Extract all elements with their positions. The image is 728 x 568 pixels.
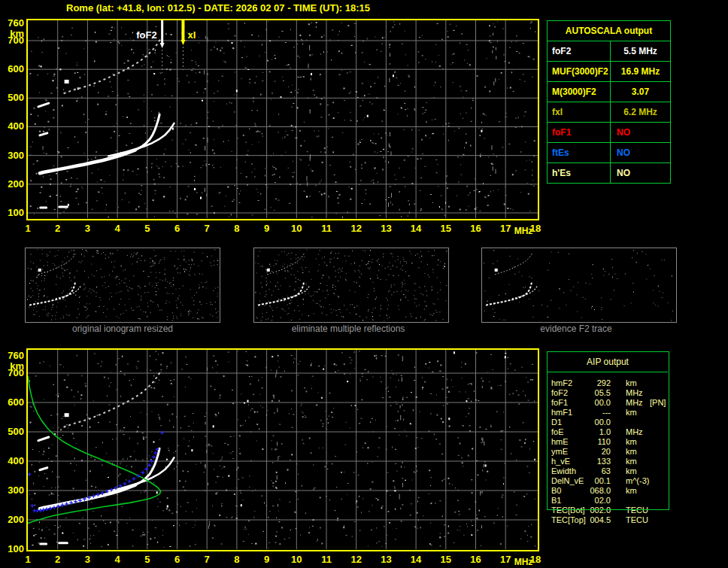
x-tick-label: 10 bbox=[285, 554, 308, 564]
y-tick-label: 300 bbox=[0, 150, 24, 160]
x-tick-label: 7 bbox=[196, 223, 218, 233]
aip-unit: MHz bbox=[626, 398, 643, 408]
x-tick-label: 6 bbox=[166, 554, 189, 564]
param-value: NO bbox=[611, 123, 670, 142]
y-tick-label: 100 bbox=[0, 208, 24, 217]
thumbnail-caption-3: evidence F2 trace bbox=[516, 324, 636, 334]
aip-output-table: AIP output hmF2292kmfoF205.5MHzfoF100.0M… bbox=[547, 351, 670, 529]
thumbnail-caption-2: eliminate multiple reflections bbox=[288, 324, 408, 334]
x-tick-label: 5 bbox=[136, 223, 159, 233]
table-row-hes: h'Es NO bbox=[548, 163, 670, 183]
x-tick-label: 16 bbox=[465, 223, 487, 233]
x-tick-label: 15 bbox=[435, 554, 457, 564]
page-title: Rome (lat: +41.8, lon: 012.5) - DATE: 20… bbox=[66, 2, 370, 14]
y-tick-label: 200 bbox=[0, 179, 24, 189]
aip-name: B0 bbox=[551, 486, 561, 496]
aip-row-d1: D100.0 bbox=[547, 418, 670, 427]
aip-unit: km bbox=[626, 378, 637, 388]
aip-value: 63 bbox=[566, 466, 611, 476]
y-tick-label: 600 bbox=[0, 397, 24, 407]
x-tick-label: 12 bbox=[345, 554, 368, 564]
aip-row-yme: ymE20km bbox=[547, 447, 670, 457]
aip-row-hmf1: hmF1---km bbox=[547, 408, 670, 418]
x-tick-label: 8 bbox=[226, 223, 248, 233]
aip-value: 068.0 bbox=[566, 486, 611, 496]
x-tick-label: 11 bbox=[315, 223, 338, 233]
aip-row-hmf2: hmF2292km bbox=[547, 378, 670, 388]
thumbnail-ionogram-1 bbox=[25, 248, 220, 323]
x-tick-label: 13 bbox=[375, 554, 397, 564]
x-tick-label: 2 bbox=[47, 554, 69, 564]
y-tick-label: 760 bbox=[0, 351, 24, 360]
y-tick-label: 400 bbox=[0, 456, 24, 466]
aip-unit: km bbox=[626, 437, 637, 447]
param-label: fxI bbox=[548, 102, 611, 122]
x-tick-label: 14 bbox=[405, 223, 427, 233]
x-tick-label: 14 bbox=[405, 554, 427, 564]
aip-name: foE bbox=[551, 427, 564, 437]
aip-value: 133 bbox=[566, 457, 611, 466]
y-tick-label: 100 bbox=[0, 544, 24, 554]
aip-row-b1: B102.0 bbox=[547, 496, 670, 506]
aip-unit: MHz bbox=[626, 388, 643, 398]
x-tick-label: 13 bbox=[375, 223, 397, 233]
autoscala-table-header: AUTOSCALA output bbox=[548, 21, 670, 41]
aip-value: 004.5 bbox=[566, 515, 611, 525]
autoscala-output-table: AUTOSCALA output foF2 5.5 MHz MUF(3000)F… bbox=[547, 20, 671, 184]
param-label: MUF(3000)F2 bbox=[548, 62, 611, 81]
x-tick-label: 16 bbox=[465, 554, 487, 564]
main-ionogram-plot bbox=[26, 19, 539, 220]
param-value: 6.2 MHz bbox=[611, 102, 670, 122]
x-tick-label: 7 bbox=[196, 554, 218, 564]
thumbnail-caption-1: original ionogram resized bbox=[62, 324, 183, 334]
aip-value: 292 bbox=[566, 378, 611, 388]
table-row-ftes: ftEs NO bbox=[548, 143, 670, 163]
aip-row-ewidth: Ewidth63km bbox=[547, 466, 670, 476]
param-value: NO bbox=[611, 163, 670, 183]
aip-unit: TECU bbox=[626, 506, 648, 515]
param-label: foF1 bbox=[548, 123, 611, 142]
x-tick-label: 2 bbox=[47, 223, 69, 233]
table-row-fof1: foF1 NO bbox=[548, 123, 670, 143]
y-tick-label: 500 bbox=[0, 93, 24, 102]
aip-note: [PN] bbox=[650, 398, 666, 408]
table-row-fof2: foF2 5.5 MHz bbox=[548, 41, 670, 62]
aip-row-deln-ve: DelN_vE00.1m^(-3) bbox=[547, 476, 670, 486]
aip-name: B1 bbox=[551, 496, 561, 506]
aip-unit: m^(-3) bbox=[626, 476, 649, 486]
aip-value: 02.0 bbox=[566, 496, 611, 506]
marker-label-xi: xI bbox=[187, 30, 196, 40]
aip-row-tec-top-: TEC[Top]004.5TECU bbox=[547, 515, 670, 525]
y-tick-label: 200 bbox=[0, 515, 24, 524]
x-tick-label: 8 bbox=[226, 554, 248, 564]
param-value: NO bbox=[611, 143, 670, 163]
x-tick-label: 3 bbox=[76, 554, 99, 564]
aip-value: 20 bbox=[566, 447, 611, 457]
x-tick-label: 4 bbox=[106, 554, 129, 564]
aip-rows: hmF2292kmfoF205.5MHzfoF100.0MHz[PN]hmF1-… bbox=[547, 378, 670, 525]
param-value: 5.5 MHz bbox=[611, 41, 670, 61]
thumbnail-ionogram-2 bbox=[253, 248, 449, 323]
aip-row-foe: foE1.0MHz bbox=[547, 427, 670, 437]
aip-value: 00.1 bbox=[566, 476, 611, 486]
x-tick-label: 5 bbox=[136, 554, 159, 564]
aip-unit: TECU bbox=[626, 515, 648, 525]
aip-unit: km bbox=[626, 408, 637, 418]
x-tick-label: 1 bbox=[17, 223, 39, 233]
param-value: 16.9 MHz bbox=[611, 62, 670, 81]
aip-unit: km bbox=[626, 457, 637, 466]
table-row-muf3000f2: MUF(3000)F2 16.9 MHz bbox=[548, 62, 670, 82]
x-tick-label: 12 bbox=[345, 223, 368, 233]
aip-value: 1.0 bbox=[566, 427, 611, 437]
aip-row-hme: hmE110km bbox=[547, 437, 670, 447]
aip-unit: km bbox=[626, 466, 637, 476]
param-label: h'Es bbox=[548, 163, 611, 183]
param-label: ftEs bbox=[548, 143, 611, 163]
aip-row-tec-bot-: TEC[Bot]002.0TECU bbox=[547, 506, 670, 515]
aip-unit: km bbox=[626, 486, 637, 496]
y-axis-unit-label: km bbox=[0, 361, 24, 371]
aip-unit: km bbox=[626, 447, 637, 457]
x-tick-label: 9 bbox=[256, 223, 278, 233]
aip-row-h-ve: h_vE133km bbox=[547, 457, 670, 466]
x-axis-unit-label: MHz bbox=[512, 557, 535, 566]
